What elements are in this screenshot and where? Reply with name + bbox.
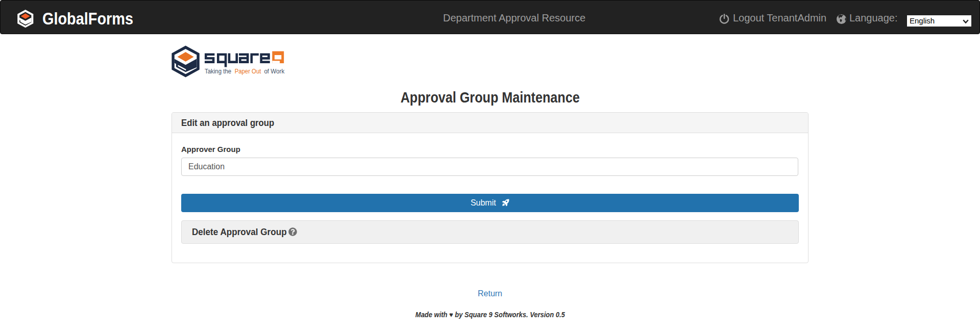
svg-text:Paper Out: Paper Out [235,67,261,75]
svg-text:Taking the: Taking the [205,67,231,75]
svg-text:of Work: of Work [264,67,284,75]
